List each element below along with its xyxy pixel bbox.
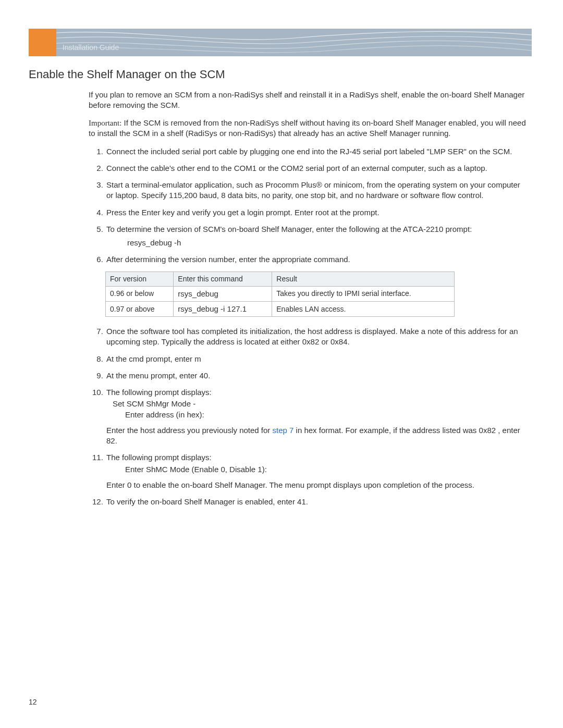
content-block: If you plan to remove an SCM from a non-… (89, 90, 529, 508)
intro-paragraph: If you plan to remove an SCM from a non-… (89, 90, 529, 111)
step-8-b: prompt, enter (144, 354, 195, 363)
step-7-link[interactable]: step 7 (273, 426, 294, 435)
root-literal: root (315, 208, 329, 217)
command-table: For version Enter this command Result 0.… (105, 272, 455, 317)
step-3-text: Start a terminal-emulator application, s… (106, 180, 520, 200)
step-7-text: Once the software tool has completed its… (106, 327, 518, 346)
step-10-b1: Enter the host address you previously no… (106, 426, 273, 435)
step-5-code: resys_debug -h (127, 238, 529, 248)
step-4-b: prompt. Enter (264, 208, 315, 217)
step-5-text: To determine the version of SCM's on-boa… (106, 225, 472, 233)
table-row: 0.96 or below rsys_debug Takes you direc… (106, 286, 455, 301)
step-12-a: To verify the on-board Shelf Manager is … (106, 497, 297, 506)
document-page: Installation Guide Enable the Shelf Mana… (0, 0, 563, 728)
cell-version: 0.96 or below (106, 286, 174, 301)
step-2: Connect the cable's other end to the COM… (105, 163, 529, 174)
m-literal: m (194, 354, 201, 363)
step-9-c: . (208, 371, 210, 380)
step-10-prompt: Set SCM ShMgr Mode - Enter address (in h… (113, 399, 529, 420)
important-label: Important: (89, 119, 121, 127)
step-2-text: Connect the cable's other end to the COM… (106, 164, 487, 172)
step-3: Start a terminal-emulator application, s… (105, 180, 529, 201)
step-10-b2: in hex format. For example, if the addre… (293, 426, 520, 435)
step-4-c: at the prompt. (329, 208, 380, 217)
important-paragraph: Important: If the SCM is removed from th… (89, 118, 529, 139)
th-command: Enter this command (174, 272, 272, 286)
login-literal: login (247, 208, 264, 217)
important-text: If the SCM is removed from the non-RadiS… (89, 118, 526, 138)
cmd-literal: cmd (129, 354, 143, 363)
section-title: Enable the Shelf Manager on the SCM (29, 67, 532, 82)
step-11-b1: Enter (106, 480, 127, 489)
page-number: 12 (29, 697, 37, 707)
step-10-body: Enter the host address you previously no… (106, 425, 529, 447)
th-version: For version (106, 272, 174, 286)
cell-result: Takes you directly to IPMI serial interf… (272, 286, 455, 301)
step-11-prompt: Enter ShMC Mode (Enable 0, Disable 1): (125, 464, 529, 475)
menu-literal: menu (129, 371, 149, 380)
th-result: Result (272, 272, 455, 286)
step-11-b2: to enable the on-board Shelf Manager. Th… (131, 480, 285, 489)
step-11: The following prompt displays: Enter ShM… (105, 452, 529, 490)
cell-command: rsys_debug -i 127.1 (174, 301, 272, 316)
banner-accent (29, 29, 56, 56)
step-11-body: Enter 0 to enable the on-board Shelf Man… (106, 480, 529, 490)
table-row: 0.97 or above rsys_debug -i 127.1 Enable… (106, 301, 455, 316)
cell-result: Enables LAN access. (272, 301, 455, 316)
step-12: To verify the on-board Shelf Manager is … (105, 497, 529, 507)
step-1-text: Connect the included serial port cable b… (106, 147, 512, 156)
step-10-b3: . (115, 436, 117, 445)
step-11-a: The following prompt displays: (106, 453, 212, 462)
step-7: Once the software tool has completed its… (105, 326, 529, 348)
step-1: Connect the included serial port cable b… (105, 146, 529, 157)
menu-literal-2: menu (285, 480, 304, 489)
step-6: After determining the version number, en… (105, 254, 529, 265)
step-8: At the cmd prompt, enter m (105, 354, 529, 364)
forty-literal: 40 (199, 371, 208, 380)
cell-command: rsys_debug (174, 286, 272, 301)
step-11-b3: prompt displays upon completion of the p… (304, 480, 474, 489)
step-9-a: At the (106, 371, 129, 380)
fortyone-literal: 41 (297, 497, 306, 506)
steps-list-2: Once the software tool has completed its… (89, 326, 529, 507)
step-5: To determine the version of SCM's on-boa… (105, 224, 529, 249)
step-6-text: After determining the version number, en… (106, 255, 350, 264)
table-header-row: For version Enter this command Result (106, 272, 455, 286)
step-12-b: . (306, 497, 308, 506)
step-10-prompt-line1: Set SCM ShMgr Mode - (113, 399, 529, 409)
eightytwo-literal: 82 (106, 436, 115, 445)
cell-version: 0.97 or above (106, 301, 174, 316)
step-10-prompt-line2: Enter address (in hex): (125, 410, 529, 420)
header-banner: Installation Guide (29, 29, 532, 56)
step-9: At the menu prompt, enter 40. (105, 371, 529, 381)
step-4: Press the Enter key and verify you get a… (105, 207, 529, 218)
step-8-a: At the (106, 354, 129, 363)
banner-label: Installation Guide (63, 43, 119, 53)
steps-list: Connect the included serial port cable b… (89, 146, 529, 265)
step-10: The following prompt displays: Set SCM S… (105, 387, 529, 446)
banner-main: Installation Guide (56, 29, 532, 56)
step-4-a: Press the Enter key and verify you get a (106, 208, 247, 217)
step-9-b: prompt, enter (149, 371, 200, 380)
step-10-a: The following prompt displays: (106, 388, 212, 397)
